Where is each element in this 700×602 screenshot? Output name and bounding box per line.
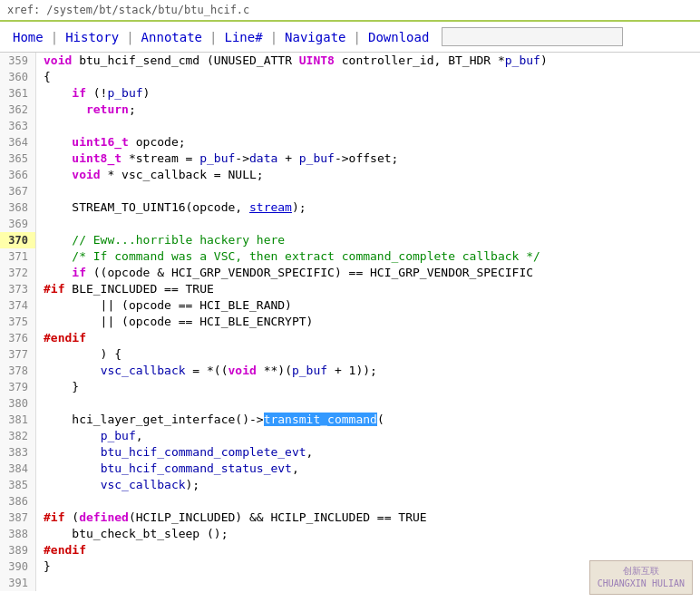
line-number[interactable]: 386 <box>0 493 36 510</box>
line-number[interactable]: 370 <box>0 232 36 248</box>
code-token: BLE_INCLUDED == TRUE <box>64 282 213 296</box>
watermark-box: 创新互联 CHUANGXIN HULIAN <box>589 560 693 595</box>
nav-link-lineno[interactable]: Line# <box>219 28 267 46</box>
code-token: , <box>292 461 299 475</box>
code-token <box>44 445 101 459</box>
code-line: 361 if (!p_buf) <box>0 85 700 102</box>
line-number[interactable]: 359 <box>0 53 36 69</box>
search-input[interactable] <box>442 27 623 46</box>
code-content <box>36 575 51 591</box>
code-content: btu_hcif_command_status_evt, <box>36 461 299 477</box>
code-content: } <box>36 558 51 575</box>
code-line: 377 ) { <box>0 346 700 363</box>
nav-link-annotate[interactable]: Annotate <box>136 28 208 46</box>
code-line: 376#endif <box>0 330 700 346</box>
line-number[interactable]: 389 <box>0 542 36 558</box>
line-number[interactable]: 372 <box>0 265 36 281</box>
code-token: ->offset; <box>335 151 398 165</box>
code-line: 384 btu_hcif_command_status_evt, <box>0 461 700 477</box>
line-number[interactable]: 380 <box>0 395 36 412</box>
code-token <box>44 461 101 475</box>
nav-link-home[interactable]: Home <box>7 28 49 46</box>
code-content: return; <box>36 102 136 118</box>
code-token: *stream = <box>122 151 199 165</box>
code-token: ); <box>186 478 200 491</box>
code-token: p_buf <box>292 364 327 377</box>
code-content: btu_hcif_command_complete_evt, <box>36 444 313 461</box>
code-line: 365 uint8_t *stream = p_buf->data + p_bu… <box>0 150 700 167</box>
code-line: 367 <box>0 183 700 199</box>
nav-link-download[interactable]: Download <box>363 28 434 46</box>
line-number[interactable]: 367 <box>0 183 36 199</box>
code-token: btu_check_bt_sleep (); <box>72 527 228 540</box>
code-token <box>44 151 72 165</box>
code-token: , <box>306 445 314 459</box>
line-number[interactable]: 362 <box>0 102 36 118</box>
code-token: || (opcode == HCI_BLE_RAND) <box>44 298 292 312</box>
nav-link-history[interactable]: History <box>60 28 124 46</box>
code-token: if <box>72 266 86 279</box>
watermark-line1: 创新互联 <box>598 565 685 578</box>
code-token: vsc_callback <box>101 478 186 491</box>
code-line: 360{ <box>0 69 700 85</box>
line-number[interactable]: 385 <box>0 477 36 493</box>
code-token: ; <box>129 102 136 116</box>
line-number[interactable]: 379 <box>0 379 36 395</box>
code-token: #endif <box>44 331 86 345</box>
line-number[interactable]: 369 <box>0 216 36 232</box>
code-content <box>36 216 51 232</box>
code-line: 378 vsc_callback = *((void **)(p_buf + 1… <box>0 363 700 379</box>
nav-link-navigate[interactable]: Navigate <box>279 28 351 46</box>
code-token: UINT8 <box>299 53 335 67</box>
code-token <box>44 168 72 181</box>
nav-sep: | <box>352 30 363 44</box>
line-number[interactable]: 387 <box>0 510 36 526</box>
line-number[interactable]: 368 <box>0 199 36 216</box>
line-number[interactable]: 361 <box>0 85 36 102</box>
code-token: #if <box>44 282 64 296</box>
line-number[interactable]: 363 <box>0 118 36 134</box>
line-number[interactable]: 377 <box>0 346 36 363</box>
line-number[interactable]: 371 <box>0 248 36 265</box>
line-number[interactable]: 384 <box>0 461 36 477</box>
code-line: 371 /* If command was a VSC, then extrac… <box>0 248 700 265</box>
nav-sep: | <box>124 30 135 44</box>
code-token: #if <box>44 510 64 524</box>
line-number[interactable]: 382 <box>0 428 36 444</box>
code-token: p_buf <box>199 151 235 165</box>
nav-sep: | <box>208 30 219 44</box>
code-token: controller_id, BT_HDR * <box>335 53 505 67</box>
code-content: btu_check_bt_sleep (); <box>36 526 228 542</box>
line-number[interactable]: 373 <box>0 281 36 297</box>
line-number[interactable]: 381 <box>0 412 36 428</box>
nav-sep: | <box>268 30 279 44</box>
code-token: #endif <box>44 543 86 557</box>
code-token <box>44 266 72 279</box>
line-number[interactable]: 364 <box>0 134 36 150</box>
line-number[interactable]: 366 <box>0 167 36 183</box>
line-number[interactable]: 374 <box>0 297 36 314</box>
line-number[interactable]: 391 <box>0 575 36 591</box>
line-number[interactable]: 365 <box>0 150 36 167</box>
line-number[interactable]: 375 <box>0 314 36 330</box>
code-content: #endif <box>36 330 86 346</box>
line-number[interactable]: 388 <box>0 526 36 542</box>
code-token: **)( <box>257 364 292 377</box>
code-content: void btu_hcif_send_cmd (UNUSED_ATTR UINT… <box>36 53 548 69</box>
line-number[interactable]: 378 <box>0 363 36 379</box>
code-token <box>44 429 101 442</box>
code-token: ) <box>540 53 548 67</box>
code-token <box>44 233 72 247</box>
line-number[interactable]: 360 <box>0 69 36 85</box>
code-content <box>36 493 51 510</box>
code-line: 362 return; <box>0 102 700 118</box>
line-number[interactable]: 383 <box>0 444 36 461</box>
nav-sep: | <box>49 30 60 44</box>
line-number[interactable]: 390 <box>0 558 36 575</box>
code-token: void <box>72 168 100 181</box>
code-line: 359void btu_hcif_send_cmd (UNUSED_ATTR U… <box>0 53 700 69</box>
line-number[interactable]: 376 <box>0 330 36 346</box>
code-token: || (opcode == HCI_BLE_ENCRYPT) <box>44 315 313 328</box>
code-content: vsc_callback = *((void **)(p_buf + 1)); <box>36 363 377 379</box>
code-token: // Eww...horrible hackery here <box>72 233 285 247</box>
